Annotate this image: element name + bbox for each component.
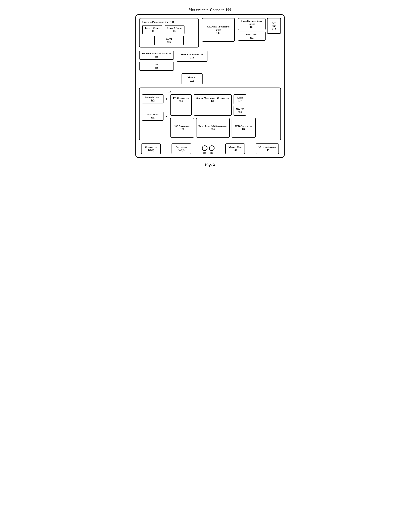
rom-label: ROM — [159, 37, 179, 41]
usb-128-number: 128 — [235, 128, 252, 131]
cache-row: Level 1 Cache 102 Level 2 Cache 104 — [142, 25, 196, 34]
connector-150-circle — [202, 145, 207, 151]
nw-if-label: NW I/F — [236, 108, 244, 111]
level2-cache-label: Level 2 Cache — [167, 27, 182, 30]
connector-pair: 150 152 — [202, 145, 214, 154]
av-port-number: 140 — [270, 27, 279, 30]
usb-128-label: USB Controller — [235, 125, 252, 128]
cpu-box: Central Processing Unit 101 Level 1 Cach… — [139, 18, 199, 48]
audio-123-number: 123 — [236, 99, 244, 102]
wireless-adapter-label: Wireless Adapter — [258, 146, 276, 149]
wireless-adapter-box: Wireless Adapter 148 — [256, 143, 279, 154]
top-row: Central Processing Unit 101 Level 1 Cach… — [139, 18, 281, 48]
main-system-border: Central Processing Unit 101 Level 1 Cach… — [135, 14, 285, 158]
cpu-label: Central Processing Unit — [142, 20, 170, 23]
smc-number: 122 — [197, 100, 229, 103]
arrow-to-io: ◄ — [165, 97, 168, 101]
controller2-label: Controller — [174, 146, 189, 149]
system-power-label: System Power Supply Module — [142, 52, 171, 55]
title-text: Multimedia Console 100 — [189, 8, 231, 12]
av-port-label: A/V Port — [270, 22, 279, 27]
io-controller-box: I/O Controller 120 — [170, 94, 192, 116]
page-title: Multimedia Console 100 — [135, 8, 285, 12]
usb-controller-126-box: USB Controller 126 — [170, 118, 194, 138]
nw-if-box: NW I/F 124 — [234, 106, 246, 116]
memory-unit-label: Memory Unit — [228, 146, 242, 149]
cpu-number: 101 — [170, 20, 174, 23]
rom-box: ROM 106 — [154, 36, 184, 45]
left-col-items: System Power Supply Module 136 Fan 138 — [139, 51, 174, 71]
system-memory-box: System Memory 143 — [142, 94, 164, 103]
gpu-box: Graphics Processing Unit 108 — [202, 18, 235, 42]
page: Multimedia Console 100 Central Processin… — [132, 4, 288, 171]
gpu-number: 108 — [206, 31, 231, 34]
system-power-number: 136 — [142, 55, 171, 58]
audio-123-label: Audio — [236, 96, 244, 99]
gpu-label: Graphics Processing Unit — [206, 25, 231, 31]
connector-150-label: 150 — [202, 152, 207, 154]
smc-box: System Management Controller 122 — [194, 94, 231, 116]
audio-codec-label: Audio Codec — [240, 33, 263, 36]
fan-label: Fan — [142, 63, 171, 66]
audio-codec-box: Audio Codec 132 — [238, 32, 265, 41]
usb-126-label: USB Controller — [174, 125, 190, 128]
system-memory-number: 143 — [145, 99, 161, 102]
level1-cache-label: Level 1 Cache — [145, 27, 160, 30]
front-panel-number: 130 — [198, 128, 227, 131]
bus-label: 118 — [167, 90, 278, 93]
rom-number: 106 — [159, 41, 179, 44]
audio-codec-number: 132 — [240, 36, 263, 39]
io-row: I/O Controller 120 System Management Con… — [170, 94, 278, 116]
connectors: 150 152 — [202, 145, 214, 154]
video-encoder-number: 114 — [240, 25, 263, 28]
video-encoder-box: Video Encoder/ Video Codec 114 — [238, 18, 265, 30]
lower-inner: System Memory 143 ◄ Media Drive 144 ◄ — [142, 94, 278, 138]
connector-152-circle — [209, 145, 214, 151]
level2-cache-number: 104 — [167, 30, 182, 33]
fan-box: Fan 138 — [139, 62, 174, 71]
fan-number: 138 — [155, 66, 158, 69]
system-power-box: System Power Supply Module 136 — [139, 51, 174, 60]
io-controller-number: 120 — [173, 100, 189, 103]
memory-unit-box: Memory Unit 146 — [225, 143, 245, 154]
center-col: Memory Controller 110 Memory 112 — [177, 51, 207, 84]
controller1-number: 142(1) — [144, 149, 158, 152]
audio-nw-col: Audio 123 NW I/F 124 — [234, 94, 246, 116]
cpu-title: Central Processing Unit 101 — [142, 20, 196, 24]
controller2-number: 142(2) — [174, 149, 189, 152]
controller2-box: Controller 142(2) — [172, 143, 191, 154]
vert-connector-1 — [192, 63, 192, 67]
usb-controller-128-box: USB Controller 128 — [231, 118, 255, 138]
front-panel-label: Front Panel I/O Subassembly — [198, 125, 227, 128]
system-memory-label: System Memory — [145, 96, 161, 99]
connector-152-label: 152 — [209, 152, 214, 154]
vert-connector-2 — [192, 68, 192, 72]
lower-box: 118 System Memory 143 ◄ Media Drive — [139, 88, 281, 140]
usb-126-number: 126 — [174, 128, 190, 131]
controller1-label: Controller — [144, 146, 158, 149]
memory-controller-number: 110 — [181, 56, 204, 59]
media-drive-number: 144 — [145, 116, 161, 119]
memory-controller-box: Memory Controller 110 — [177, 51, 207, 62]
usb-row: USB Controller 126 Front Panel I/O Subas… — [170, 118, 278, 138]
memory-unit-number: 146 — [228, 149, 242, 152]
video-encoder-label: Video Encoder/ Video Codec — [240, 20, 263, 25]
nw-if-number: 124 — [236, 111, 244, 114]
level2-cache-box: Level 2 Cache 104 — [165, 25, 185, 34]
memory-controller-label: Memory Controller — [181, 53, 204, 56]
io-controller-label: I/O Controller — [173, 97, 189, 100]
mid-row: System Power Supply Module 136 Fan 138 M… — [139, 51, 281, 84]
media-drive-box: Media Drive 144 — [142, 112, 164, 121]
memory-number: 112 — [187, 79, 197, 82]
bus-number-label: 118 — [167, 90, 171, 93]
memory-box: Memory 112 — [181, 74, 202, 84]
front-panel-box: Front Panel I/O Subassembly 130 — [196, 118, 230, 138]
bottom-external-row: Controller 142(1) Controller 142(2) 150 … — [139, 143, 281, 154]
lower-right: I/O Controller 120 System Management Con… — [170, 94, 278, 138]
memory-label: Memory — [187, 76, 197, 79]
media-drive-label: Media Drive — [145, 113, 161, 116]
av-port-box: A/V Port 140 — [267, 18, 281, 34]
fig-caption: Fig. 2 — [135, 162, 285, 167]
controller1-box: Controller 142(1) — [141, 143, 161, 154]
level1-cache-number: 102 — [145, 30, 160, 33]
